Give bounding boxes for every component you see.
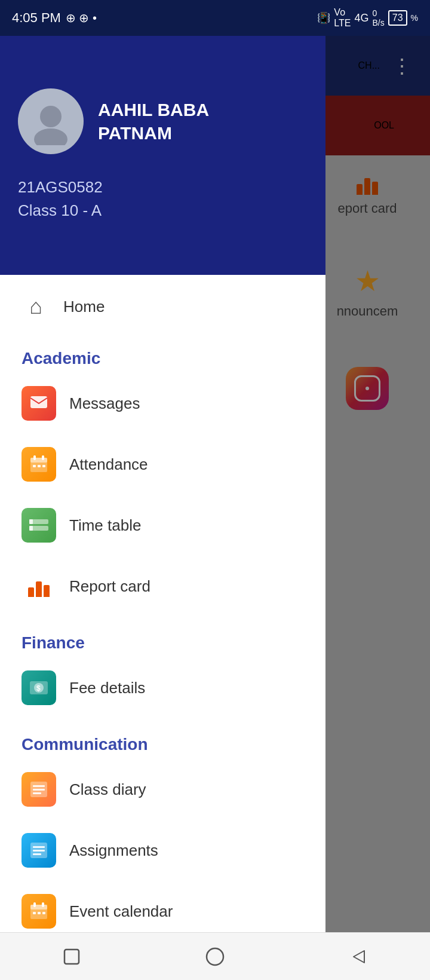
- reportcard-icon: [22, 569, 56, 604]
- svg-rect-31: [42, 912, 45, 914]
- attendance-label: Attendance: [69, 455, 148, 474]
- feedetails-label: Fee details: [69, 679, 145, 697]
- svg-rect-20: [33, 792, 41, 794]
- eventcalendar-icon: [22, 894, 56, 929]
- classdiary-icon: [22, 772, 56, 807]
- section-academic: Academic: [0, 338, 325, 373]
- nav-item-home[interactable]: ⌂ Home: [0, 281, 325, 332]
- svg-rect-32: [64, 950, 79, 964]
- svg-rect-28: [42, 902, 44, 907]
- svg-rect-26: [30, 905, 47, 909]
- nav-item-timetable[interactable]: Time table: [0, 495, 325, 556]
- svg-rect-9: [42, 465, 45, 467]
- volte-icon: VoLTE: [334, 7, 351, 29]
- user-info-row: AAHIL BABAPATNAM: [18, 88, 308, 154]
- svg-rect-18: [33, 785, 45, 787]
- messages-label: Messages: [69, 394, 140, 413]
- svg-rect-5: [33, 455, 36, 460]
- section-communication: Communication: [0, 724, 325, 759]
- section-finance: Finance: [0, 623, 325, 657]
- svg-rect-22: [33, 846, 45, 848]
- svg-rect-27: [33, 902, 36, 907]
- assignments-label: Assignments: [69, 841, 158, 860]
- svg-rect-30: [38, 912, 41, 914]
- nav-item-reportcard[interactable]: Report card: [0, 556, 325, 617]
- svg-point-33: [207, 948, 223, 965]
- svg-rect-2: [30, 396, 47, 408]
- timetable-label: Time table: [69, 516, 141, 535]
- user-name: AAHIL BABAPATNAM: [98, 98, 209, 145]
- bottom-nav: [0, 932, 430, 980]
- vibrate-icon: 📳: [317, 11, 330, 24]
- home-label: Home: [63, 298, 105, 316]
- status-bar: 4:05 PM ⊕ ⊕ • 📳 VoLTE 4G 0B/s 73 %: [0, 0, 430, 36]
- svg-point-0: [40, 106, 62, 127]
- svg-marker-34: [354, 951, 364, 963]
- user-name-block: AAHIL BABAPATNAM: [98, 98, 209, 145]
- status-time: 4:05 PM: [12, 10, 61, 26]
- data-speed: 0B/s: [373, 8, 385, 27]
- feedetails-icon: $: [22, 670, 56, 705]
- nav-item-assignments[interactable]: Assignments: [0, 820, 325, 881]
- svg-rect-29: [33, 912, 36, 914]
- timetable-icon: [22, 508, 56, 543]
- drawer-nav: ⌂ Home Academic Messages: [0, 275, 325, 980]
- svg-rect-12: [29, 519, 33, 524]
- svg-rect-23: [33, 850, 45, 852]
- svg-point-1: [34, 128, 67, 145]
- nav-item-feedetails[interactable]: $ Fee details: [0, 657, 325, 718]
- nav-item-attendance[interactable]: Attendance: [0, 434, 325, 495]
- home-icon: ⌂: [22, 294, 50, 319]
- nav-back-button[interactable]: [340, 939, 376, 975]
- avatar: [18, 88, 84, 154]
- user-class: Class 10 - A: [18, 201, 102, 219]
- drawer-scrim[interactable]: [325, 36, 430, 980]
- svg-text:$: $: [36, 684, 41, 693]
- svg-rect-19: [33, 789, 45, 791]
- drawer-header: AAHIL BABAPATNAM 21AGS0582 Class 10 - A: [0, 36, 325, 275]
- assignments-icon: [22, 833, 56, 868]
- svg-rect-7: [33, 465, 36, 467]
- user-id: 21AGS0582: [18, 178, 103, 196]
- user-meta: 21AGS0582 Class 10 - A: [18, 176, 308, 222]
- attendance-icon: [22, 447, 56, 482]
- nav-item-classdiary[interactable]: Class diary: [0, 759, 325, 820]
- nav-item-messages[interactable]: Messages: [0, 373, 325, 434]
- messages-icon: [22, 386, 56, 421]
- svg-rect-24: [33, 853, 41, 855]
- battery-level: 73: [388, 10, 407, 26]
- eventcalendar-label: Event calendar: [69, 902, 173, 921]
- navigation-drawer: AAHIL BABAPATNAM 21AGS0582 Class 10 - A …: [0, 36, 325, 980]
- status-icons: ⊕ ⊕ •: [66, 11, 97, 25]
- app-container: CH... ⋮ OOL eport card ★ nnouncem: [0, 36, 430, 980]
- reportcard-label: Report card: [69, 577, 150, 596]
- signal-icon: 4G: [355, 12, 369, 24]
- nav-home-button[interactable]: [197, 939, 233, 975]
- svg-rect-4: [30, 458, 47, 463]
- nav-square-button[interactable]: [54, 939, 90, 975]
- svg-rect-8: [38, 465, 41, 467]
- svg-rect-13: [29, 526, 33, 531]
- classdiary-label: Class diary: [69, 780, 146, 799]
- svg-rect-6: [42, 455, 44, 460]
